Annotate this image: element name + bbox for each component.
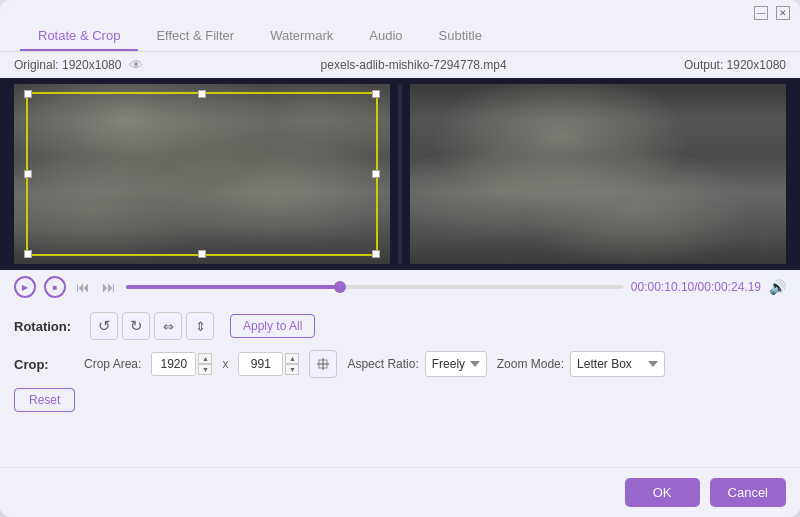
- title-bar-controls: — ✕: [754, 6, 790, 20]
- play-button[interactable]: ▶: [14, 276, 36, 298]
- file-header: Original: 1920x1080 👁 pexels-adlib-mishi…: [0, 52, 800, 78]
- crop-height-spinners: ▲ ▼: [285, 353, 299, 375]
- zoom-mode-section: Zoom Mode: Letter Box Pan & Scan Full: [497, 351, 665, 377]
- title-bar: — ✕: [0, 0, 800, 20]
- rotation-label: Rotation:: [14, 319, 74, 334]
- file-header-left: Original: 1920x1080 👁: [14, 57, 143, 73]
- play-icon: ▶: [22, 283, 28, 292]
- reset-button[interactable]: Reset: [14, 388, 75, 412]
- tab-audio[interactable]: Audio: [351, 22, 420, 51]
- tab-rotate-crop[interactable]: Rotate & Crop: [20, 22, 138, 51]
- close-button[interactable]: ✕: [776, 6, 790, 20]
- progress-thumb[interactable]: [334, 281, 346, 293]
- crop-height-input[interactable]: [238, 352, 283, 376]
- filename: pexels-adlib-mishiko-7294778.mp4: [321, 58, 507, 72]
- center-crop-button[interactable]: [309, 350, 337, 378]
- volume-icon[interactable]: 🔊: [769, 279, 786, 295]
- main-window: — ✕ Rotate & Crop Effect & Filter Waterm…: [0, 0, 800, 517]
- tabs-bar: Rotate & Crop Effect & Filter Watermark …: [0, 22, 800, 52]
- crop-width-spinners: ▲ ▼: [198, 353, 212, 375]
- progress-fill: [126, 285, 340, 289]
- rotate-left-button[interactable]: ↺: [90, 312, 118, 340]
- right-video-texture: [410, 84, 786, 264]
- flip-vertical-button[interactable]: ⇕: [186, 312, 214, 340]
- progress-track[interactable]: [126, 285, 623, 289]
- current-time: 00:00:10.10: [631, 280, 694, 294]
- right-preview-panel: [410, 84, 786, 264]
- crop-height-down[interactable]: ▼: [285, 364, 299, 375]
- total-time: 00:00:24.19: [698, 280, 761, 294]
- crop-width-up[interactable]: ▲: [198, 353, 212, 364]
- aspect-ratio-label: Aspect Ratio:: [347, 357, 418, 371]
- zoom-mode-select[interactable]: Letter Box Pan & Scan Full: [570, 351, 665, 377]
- stop-button[interactable]: ■: [44, 276, 66, 298]
- playback-bar: ▶ ■ ⏮ ⏭ 00:00:10.10/00:00:24.19 🔊: [0, 270, 800, 304]
- crop-area-label: Crop Area:: [84, 357, 141, 371]
- crop-height-group: ▲ ▼: [238, 352, 299, 376]
- preview-area-wrapper: [0, 78, 800, 270]
- left-preview-panel: [14, 84, 390, 264]
- skip-next-button[interactable]: ⏭: [100, 277, 118, 297]
- reset-row: Reset: [0, 384, 800, 416]
- preview-divider: [398, 84, 402, 264]
- aspect-ratio-section: Aspect Ratio: Freely 16:9 4:3 1:1 9:16: [347, 351, 486, 377]
- crop-label: Crop:: [14, 357, 74, 372]
- ok-button[interactable]: OK: [625, 478, 700, 507]
- original-resolution: Original: 1920x1080: [14, 58, 121, 72]
- tab-watermark[interactable]: Watermark: [252, 22, 351, 51]
- output-resolution: Output: 1920x1080: [684, 58, 786, 72]
- crop-width-down[interactable]: ▼: [198, 364, 212, 375]
- crop-height-up[interactable]: ▲: [285, 353, 299, 364]
- rotation-settings-row: Rotation: ↺ ↻ ⇔ ⇕ Apply to All: [0, 304, 800, 344]
- eye-icon[interactable]: 👁: [129, 57, 143, 73]
- minimize-button[interactable]: —: [754, 6, 768, 20]
- zoom-mode-label: Zoom Mode:: [497, 357, 564, 371]
- stop-icon: ■: [53, 283, 58, 292]
- aspect-ratio-select[interactable]: Freely 16:9 4:3 1:1 9:16: [425, 351, 487, 377]
- cancel-button[interactable]: Cancel: [710, 478, 786, 507]
- left-video-texture: [14, 84, 390, 264]
- bottom-bar: OK Cancel: [0, 467, 800, 517]
- tab-effect-filter[interactable]: Effect & Filter: [138, 22, 252, 51]
- time-display: 00:00:10.10/00:00:24.19: [631, 280, 761, 294]
- flip-horizontal-button[interactable]: ⇔: [154, 312, 182, 340]
- apply-all-button[interactable]: Apply to All: [230, 314, 315, 338]
- skip-prev-button[interactable]: ⏮: [74, 277, 92, 297]
- rotation-buttons: ↺ ↻ ⇔ ⇕: [90, 312, 214, 340]
- tab-subtitle[interactable]: Subtitle: [421, 22, 500, 51]
- crop-width-input[interactable]: [151, 352, 196, 376]
- crop-row: Crop: Crop Area: ▲ ▼ x ▲ ▼: [0, 344, 800, 384]
- x-separator: x: [222, 357, 228, 371]
- crop-width-group: ▲ ▼: [151, 352, 212, 376]
- rotate-right-button[interactable]: ↻: [122, 312, 150, 340]
